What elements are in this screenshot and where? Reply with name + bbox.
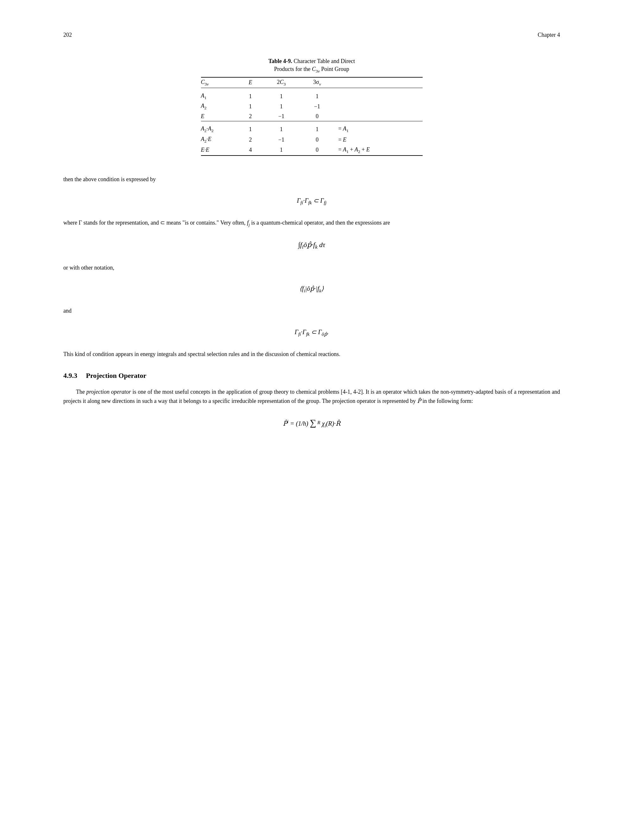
sum-expression: ∑R bbox=[310, 419, 320, 427]
col-e: E bbox=[238, 77, 263, 88]
row-e-e: 2 bbox=[238, 112, 263, 121]
row-label-e: E bbox=[201, 112, 238, 121]
row-a2a2-c: 1 bbox=[263, 124, 300, 135]
table-subtitle: Products for the C3v Point Group bbox=[274, 66, 349, 72]
table-section: Table 4-9. Character Table and Direct Pr… bbox=[63, 57, 560, 156]
sum-symbol: ∑ bbox=[310, 419, 316, 427]
sum-subscript: R bbox=[317, 420, 320, 425]
character-table: C3v E 2C3 3σv A1 1 1 1 bbox=[201, 77, 423, 156]
row-a2a2-result: = A1 bbox=[335, 124, 423, 135]
row-a1-s: 1 bbox=[300, 91, 335, 102]
row-a2-c: 1 bbox=[263, 101, 300, 112]
row-a2e-c: −1 bbox=[263, 135, 300, 145]
text-condition-appears: This kind of condition appears in energy… bbox=[63, 350, 560, 359]
table-row bbox=[201, 88, 423, 91]
section-number: 4.9.3 bbox=[63, 371, 77, 379]
col-result-header bbox=[335, 77, 423, 88]
row-label-a2a2: A2·A2 bbox=[201, 124, 238, 135]
chapter-label: Chapter 4 bbox=[538, 32, 560, 38]
formula3-expression: ⟨fi|ôp̂·|fk⟩ bbox=[300, 285, 324, 292]
formula-projection: P̂i = (1/h) ∑R χi(R)·R̂ bbox=[63, 419, 560, 429]
formula-braket: ⟨fi|ôp̂·|fk⟩ bbox=[63, 285, 560, 294]
col-c3: 2C3 bbox=[263, 77, 300, 88]
table-row-ee: E·E 4 1 0 = A1 + A2 + E bbox=[201, 145, 423, 156]
table-row-a2: A2 1 1 −1 bbox=[201, 101, 423, 112]
projection-expression: P̂i = (1/h) ∑R χi(R)·R̂ bbox=[283, 420, 341, 427]
row-ee-e: 4 bbox=[238, 145, 263, 156]
page-number: 202 bbox=[63, 32, 72, 38]
table-title: Table 4-9. Character Table and Direct Pr… bbox=[201, 57, 423, 74]
text-where-gamma: where Γ stands for the representation, a… bbox=[63, 218, 560, 228]
formula1-expression: Γfi·Γfk ⊂ Γfj bbox=[297, 197, 327, 204]
row-a1-e: 1 bbox=[238, 91, 263, 102]
row-a2e-e: 2 bbox=[238, 135, 263, 145]
table-row-a2e: A2·E 2 −1 0 = E bbox=[201, 135, 423, 145]
formula-gamma-subset: Γfi·Γfk ⊂ Γfj bbox=[63, 197, 560, 206]
row-a2-s: −1 bbox=[300, 101, 335, 112]
row-e-c: −1 bbox=[263, 112, 300, 121]
table-row-e: E 2 −1 0 bbox=[201, 112, 423, 121]
row-a2a2-e: 1 bbox=[238, 124, 263, 135]
row-label-a1: A1 bbox=[201, 91, 238, 102]
page: 202 Chapter 4 Table 4-9. Character Table… bbox=[0, 0, 617, 840]
table-row-a2a2: A2·A2 1 1 1 = A1 bbox=[201, 124, 423, 135]
row-ee-result: = A1 + A2 + E bbox=[335, 145, 423, 156]
row-e-result bbox=[335, 112, 423, 121]
table-bottom-border bbox=[201, 155, 423, 156]
formula-gamma-op: Γfi·Γfk ⊂ Γôp̂. bbox=[63, 328, 560, 337]
table-header-row: C3v E 2C3 3σv bbox=[201, 77, 423, 88]
row-a1-result bbox=[335, 91, 423, 102]
row-a1-c: 1 bbox=[263, 91, 300, 102]
formula-integral: ∫fiôp̂·fk dτ bbox=[63, 241, 560, 250]
table-title-bold: Table 4-9. bbox=[269, 58, 292, 64]
row-e-s: 0 bbox=[300, 112, 335, 121]
col-group: C3v bbox=[201, 77, 238, 88]
table-container: Table 4-9. Character Table and Direct Pr… bbox=[201, 57, 423, 156]
row-ee-c: 1 bbox=[263, 145, 300, 156]
table-row-a1: A1 1 1 1 bbox=[201, 91, 423, 102]
row-a2e-s: 0 bbox=[300, 135, 335, 145]
row-a2a2-s: 1 bbox=[300, 124, 335, 135]
paragraph-projection: The projection operator is one of the mo… bbox=[63, 387, 560, 406]
formula2-expression: ∫fiôp̂·fk dτ bbox=[298, 241, 325, 248]
col-sigma: 3σv bbox=[300, 77, 335, 88]
row-label-a2e: A2·E bbox=[201, 135, 238, 145]
row-a2e-result: = E bbox=[335, 135, 423, 145]
table-title-rest: Character Table and Direct bbox=[294, 58, 355, 64]
row-a2-result bbox=[335, 101, 423, 112]
text-and: and bbox=[63, 306, 560, 315]
row-label-ee: E·E bbox=[201, 145, 238, 156]
row-ee-s: 0 bbox=[300, 145, 335, 156]
text-condition: then the above condition is expressed by bbox=[63, 175, 560, 184]
page-header: 202 Chapter 4 bbox=[63, 32, 560, 38]
text-or-notation: or with other notation, bbox=[63, 263, 560, 272]
row-label-a2: A2 bbox=[201, 101, 238, 112]
formula4-expression: Γfi·Γfk ⊂ Γôp̂. bbox=[295, 328, 329, 336]
section-heading-493: 4.9.3 Projection Operator bbox=[63, 371, 560, 380]
table-row-spacer bbox=[201, 121, 423, 124]
section-title: Projection Operator bbox=[86, 371, 146, 379]
row-a2-e: 1 bbox=[238, 101, 263, 112]
